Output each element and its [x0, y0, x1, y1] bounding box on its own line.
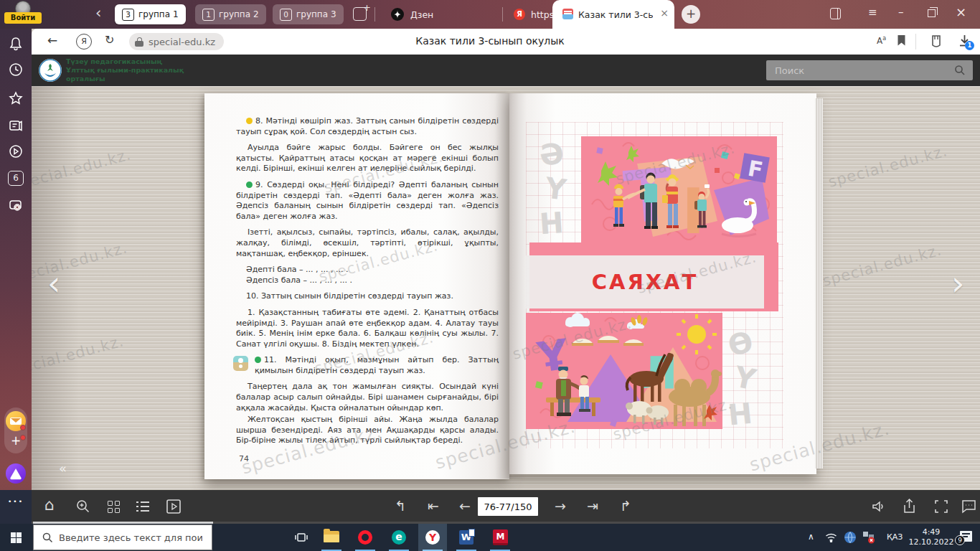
illustration-family-travel: Т І F: [581, 136, 777, 244]
share-icon[interactable]: [903, 499, 916, 514]
home-icon[interactable]: ⌂: [44, 497, 55, 513]
watermark: special.edu.kz.: [821, 241, 943, 289]
site-search-box[interactable]: [766, 60, 973, 80]
notifications-bell-icon[interactable]: [8, 36, 24, 52]
side-panel-icon[interactable]: [830, 8, 841, 19]
tabs-counter-icon[interactable]: 6: [8, 171, 24, 186]
time: 4:49: [905, 527, 957, 537]
fullscreen-icon[interactable]: [934, 499, 948, 514]
taskbar-search-input[interactable]: [59, 532, 202, 543]
feed-icon[interactable]: [8, 118, 24, 133]
alice-assistant-icon[interactable]: [6, 463, 26, 484]
last-page-icon[interactable]: ⇥: [587, 499, 598, 513]
url-field[interactable]: special-edu.kz: [129, 33, 224, 50]
tab-group-2[interactable]: 1 группа 2: [195, 4, 266, 24]
active-tab-label: Казак тили 3-сынып ок: [578, 9, 653, 20]
opera-button[interactable]: [351, 524, 380, 551]
green-bullet-icon-2: [255, 357, 261, 363]
site-logo-text: Түзеу педагогикасының Ұлттық ғылыми-прак…: [66, 57, 184, 83]
language-indicator[interactable]: ҚАЗ: [887, 533, 903, 541]
bookmark-icon[interactable]: [897, 34, 906, 47]
file-explorer-button[interactable]: [317, 524, 346, 551]
comments-icon[interactable]: [961, 499, 976, 514]
back-icon[interactable]: ←: [47, 34, 57, 47]
eset-button[interactable]: e: [385, 524, 413, 551]
dzen-icon[interactable]: [391, 8, 404, 21]
next-page-icon[interactable]: →: [555, 499, 566, 513]
action-center-button[interactable]: 9: [960, 529, 976, 546]
start-button[interactable]: [0, 524, 33, 551]
prev-page-icon[interactable]: ←: [459, 499, 471, 513]
exercise-10-sentences: 1. Қазақстанның табиғаты өте әдемі. 2. Қ…: [236, 308, 499, 349]
watermark: special.edu.kz.: [32, 332, 126, 380]
taskbar-search-box[interactable]: [33, 524, 212, 550]
task-view-button[interactable]: [287, 524, 316, 551]
clock[interactable]: 4:49 12.10.2022: [905, 527, 957, 547]
tabbar-back-icon[interactable]: ‹: [95, 6, 101, 21]
new-tab-button[interactable]: +: [682, 5, 700, 24]
addr-separator: [915, 34, 916, 50]
exercise-8-task: 8. Мәтінді көшіріп жаз. Заттың санын біл…: [236, 116, 499, 137]
network-globe-icon[interactable]: [844, 531, 857, 544]
redo-page-icon[interactable]: ↱: [620, 499, 631, 513]
favorites-star-icon[interactable]: [8, 90, 24, 106]
taskbar-search-icon: [42, 532, 53, 543]
undo-page-icon[interactable]: ↰: [395, 499, 406, 513]
sidebar-more-icon[interactable]: •••: [0, 499, 32, 505]
next-spread-chevron[interactable]: ›: [951, 267, 964, 300]
site-search-input[interactable]: [775, 60, 940, 80]
first-page-icon[interactable]: ⇤: [428, 499, 439, 513]
word-button[interactable]: W: [452, 524, 481, 551]
thumbnails-grid-icon[interactable]: [108, 501, 120, 513]
minimize-icon[interactable]: –: [898, 7, 904, 18]
corner-fold-icon[interactable]: «: [59, 462, 67, 475]
decor-letter: Ү: [543, 171, 567, 206]
login-button[interactable]: Войти: [3, 0, 43, 26]
reload-icon[interactable]: ↻: [105, 34, 114, 46]
book-page-left: 8. Мәтінді көшіріп жаз. Заттың санын біл…: [204, 93, 509, 479]
video-play-icon[interactable]: [8, 143, 24, 159]
exercise-10-task: 10. Заттың сынын білдіретін сөздерді тау…: [236, 291, 499, 302]
watermark: special.edu.kz.: [32, 239, 129, 287]
decor-letter: Ә: [537, 136, 566, 172]
tab-active[interactable]: Казак тили 3-сынып ок ×: [552, 0, 674, 29]
tab-group-3[interactable]: 0 группа 3: [273, 4, 344, 24]
yandex-browser-button[interactable]: Y: [418, 524, 447, 551]
extension-icon[interactable]: [930, 34, 943, 48]
watermark: special.edu.kz.: [32, 146, 133, 194]
site-logo[interactable]: [39, 59, 62, 82]
screenshot-camera-icon[interactable]: [8, 198, 24, 214]
window-close-icon[interactable]: ×: [956, 6, 966, 19]
slideshow-icon[interactable]: [166, 499, 181, 514]
zoom-in-icon[interactable]: [76, 499, 90, 514]
yandex-services-icon[interactable]: Я: [76, 34, 92, 50]
group2-label: группа 2: [219, 9, 259, 19]
menu-icon[interactable]: ≡: [868, 7, 877, 18]
plus-badge: [20, 435, 26, 441]
screen: Войти ‹ 3 группа 1 1 группа 2 0 группа 3…: [0, 0, 980, 551]
tab-dzen[interactable]: Дзен: [410, 9, 433, 20]
group1-label: группа 1: [138, 9, 179, 19]
browser-tab-bar: Войти ‹ 3 группа 1 1 группа 2 0 группа 3…: [0, 0, 980, 29]
translate-icon[interactable]: Aa: [877, 35, 886, 46]
green-bullet-icon: [246, 182, 253, 188]
textbook-favicon: [562, 9, 573, 19]
tab-close-icon[interactable]: ×: [660, 8, 669, 18]
pdf-master-button[interactable]: M: [486, 524, 514, 551]
site-search-icon[interactable]: [954, 65, 966, 76]
contents-list-icon[interactable]: [136, 501, 149, 512]
tab-group-1[interactable]: 3 группа 1: [115, 4, 186, 24]
group1-count: 3: [122, 9, 134, 21]
tab-separator2: [502, 7, 503, 22]
wifi-icon[interactable]: [825, 532, 837, 542]
yandex-favicon: Я: [514, 9, 525, 20]
restore-icon[interactable]: [928, 9, 936, 17]
tray-expand-icon[interactable]: ∧: [808, 532, 814, 541]
new-tab-group-icon[interactable]: +: [353, 7, 367, 21]
sync-error-icon[interactable]: [862, 531, 875, 544]
page-indicator-box[interactable]: [478, 497, 538, 516]
history-clock-icon[interactable]: [8, 62, 24, 77]
sound-icon[interactable]: [871, 499, 885, 514]
download-icon[interactable]: 1: [958, 34, 971, 47]
page-indicator-input[interactable]: [478, 497, 538, 516]
